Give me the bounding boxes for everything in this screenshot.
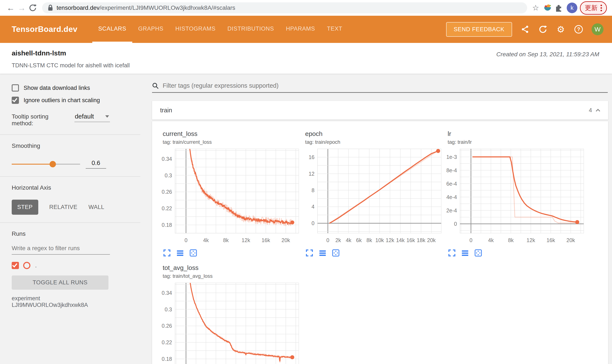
app-header: TensorBoard.dev SCALARSGRAPHSHISTOGRAMSD…: [0, 16, 612, 43]
smoothing-slider[interactable]: [12, 164, 80, 165]
chart-actions: [158, 249, 301, 257]
checkbox-label: Show data download links: [24, 85, 90, 91]
forward-icon[interactable]: →: [16, 2, 27, 13]
show-download-links-checkbox[interactable]: [12, 84, 19, 91]
horizontal-axis-label: Horizontal Axis: [12, 184, 110, 191]
tab-graphs[interactable]: GRAPHS: [132, 16, 169, 43]
chevron-up-icon[interactable]: [595, 108, 600, 112]
svg-text:0: 0: [454, 221, 457, 227]
share-icon[interactable]: [520, 25, 530, 34]
update-label: 更新: [585, 4, 598, 12]
run-color-swatch[interactable]: [23, 262, 30, 269]
fruit-bowl-glyph: [543, 3, 552, 12]
experiment-created-date: Created on Sep 13, 2021, 11:59:23 AM: [496, 51, 599, 58]
expand-chart-icon[interactable]: [306, 249, 313, 257]
chart-plot-area[interactable]: 04k8k12k16k20k0.340.30.260.220.18: [158, 147, 301, 249]
svg-text:0.3: 0.3: [165, 306, 172, 312]
divider: [0, 134, 140, 135]
settings-gear-icon[interactable]: ⚙: [556, 25, 566, 34]
help-icon[interactable]: ?: [574, 25, 584, 34]
filter-tags-input[interactable]: [163, 82, 608, 89]
extension-fruit-icon[interactable]: [542, 2, 553, 13]
group-count: 4: [589, 107, 592, 114]
bookmark-star-icon[interactable]: ☆: [532, 3, 539, 12]
ignore-outliers-checkbox[interactable]: [12, 97, 19, 104]
chart-tag: tag: train/tot_avg_loss: [158, 273, 301, 279]
svg-text:20k: 20k: [567, 237, 575, 243]
svg-text:4e-4: 4e-4: [446, 194, 457, 200]
slider-thumb[interactable]: [50, 161, 56, 167]
svg-text:0.34: 0.34: [162, 156, 172, 162]
axis-relative-button[interactable]: RELATIVE: [49, 200, 78, 215]
svg-text:8k: 8k: [223, 237, 229, 243]
send-feedback-button[interactable]: SEND FEEDBACK: [446, 22, 512, 37]
svg-text:0.18: 0.18: [162, 356, 172, 362]
chart-plot-area[interactable]: 04k8k12k16k20k02e-44e-46e-48e-41e-3: [443, 147, 586, 249]
fit-domain-icon[interactable]: [332, 249, 340, 257]
chart-title: lr: [443, 130, 586, 137]
svg-text:0: 0: [185, 237, 188, 243]
account-avatar[interactable]: W: [592, 23, 603, 35]
axis-wall-button[interactable]: WALL: [88, 200, 104, 215]
extensions-puzzle-icon[interactable]: [553, 2, 564, 13]
chevron-down-icon: [105, 115, 109, 118]
address-bar[interactable]: tensorboard.dev/experiment/LJI9MWUORLOw3…: [42, 2, 527, 13]
chart-plot-area[interactable]: 02k4k6k8k10k12k14k16k18k20k0481216: [301, 147, 443, 249]
toggle-all-runs-button[interactable]: TOGGLE ALL RUNS: [12, 275, 109, 290]
tab-scalars[interactable]: SCALARS: [92, 16, 132, 43]
svg-text:0.18: 0.18: [162, 222, 172, 228]
scalar-chart: epoch tag: train/epoch 02k4k6k8k10k12k14…: [301, 130, 443, 257]
chart-plot-area[interactable]: 04k8k12k16k20k0.340.30.260.220.18: [158, 281, 301, 364]
tab-distributions[interactable]: DISTRIBUTIONS: [222, 16, 280, 43]
browser-profile-avatar[interactable]: k: [567, 2, 577, 13]
chart-title: current_loss: [158, 130, 301, 137]
svg-text:0: 0: [312, 220, 315, 226]
expand-chart-icon[interactable]: [163, 249, 171, 257]
show-download-links-row[interactable]: Show data download links: [12, 84, 110, 91]
chart-title: tot_avg_loss: [158, 264, 301, 272]
tooltip-sorting-dropdown[interactable]: default: [74, 113, 110, 122]
runs-filter-input[interactable]: [12, 245, 110, 252]
svg-text:0: 0: [470, 237, 473, 243]
puzzle-glyph: [554, 4, 563, 12]
axis-step-button[interactable]: STEP: [12, 200, 38, 215]
back-icon[interactable]: ←: [5, 2, 16, 13]
chart-title: epoch: [301, 130, 443, 137]
group-name: train: [160, 107, 172, 114]
fit-domain-icon[interactable]: [189, 249, 197, 257]
browser-reload-icon[interactable]: [27, 2, 38, 13]
app-logo[interactable]: TensorBoard.dev: [12, 25, 77, 34]
train-group-header[interactable]: train 4: [152, 101, 608, 119]
svg-text:8e-4: 8e-4: [446, 167, 457, 173]
lock-icon: [48, 4, 53, 11]
ignore-outliers-row[interactable]: Ignore outliers in chart scaling: [12, 97, 110, 104]
svg-text:4k: 4k: [346, 237, 351, 243]
run-name: .: [35, 262, 37, 269]
browser-toolbar: ← → tensorboard.dev/experiment/LJI9MWUOR…: [0, 0, 612, 16]
chart-actions: [301, 249, 443, 257]
tab-hparams[interactable]: HPARAMS: [280, 16, 321, 43]
smoothing-value[interactable]: 0.6: [86, 159, 106, 169]
browser-menu-icon[interactable]: [600, 5, 602, 11]
tab-histograms[interactable]: HISTOGRAMS: [169, 16, 222, 43]
svg-text:0.22: 0.22: [162, 339, 172, 345]
reload-glyph: [539, 25, 547, 34]
svg-text:10k: 10k: [375, 237, 384, 243]
log-scale-icon[interactable]: [319, 249, 326, 257]
svg-text:12k: 12k: [242, 237, 250, 243]
scalar-chart: current_loss tag: train/current_loss 04k…: [158, 130, 301, 257]
chart-tag: tag: train/current_loss: [158, 139, 301, 145]
browser-update-button[interactable]: 更新: [580, 1, 607, 15]
svg-text:12k: 12k: [527, 237, 535, 243]
url-host: tensorboard.dev: [56, 4, 99, 11]
run-checkbox[interactable]: [12, 262, 19, 269]
tab-text[interactable]: TEXT: [321, 16, 348, 43]
fit-domain-icon[interactable]: [474, 249, 482, 257]
runs-label: Runs: [12, 230, 110, 237]
expand-chart-icon[interactable]: [448, 249, 456, 257]
log-scale-icon[interactable]: [176, 249, 184, 257]
log-scale-icon[interactable]: [461, 249, 469, 257]
svg-text:16k: 16k: [546, 237, 555, 243]
reload-data-icon[interactable]: [538, 25, 548, 34]
scalar-chart: lr tag: train/lr 04k8k12k16k20k02e-44e-4…: [443, 130, 586, 257]
